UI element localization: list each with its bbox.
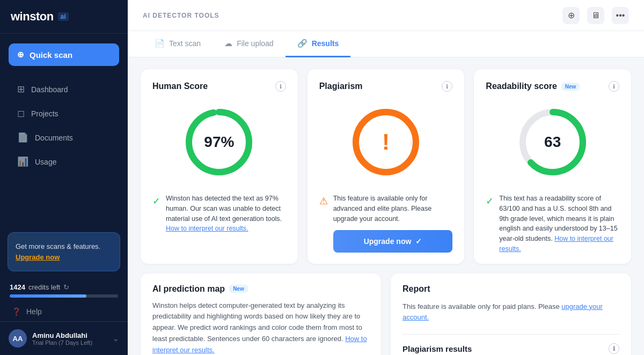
tab-file-upload[interactable]: ☁ File upload <box>213 31 286 57</box>
logo-area: winstonai <box>0 0 128 34</box>
credits-number: 1424 <box>10 283 25 291</box>
topbar: AI DETECTOR TOOLS ⊕ 🖥 ••• <box>128 0 644 31</box>
plagiarism-results-info-icon[interactable]: ℹ <box>609 343 619 354</box>
upgrade-banner: Get more scans & features. Upgrade now <box>8 232 120 271</box>
plagiarism-card: Plagiarism ℹ ! ⚠ This feature i <box>308 69 465 264</box>
sidebar: winstonai ⊕ Quick scan ⊞ Dashboard ◻ Pro… <box>0 0 128 355</box>
sidebar-item-label: Documents <box>35 134 73 142</box>
page-title: AI DETECTOR TOOLS <box>143 12 219 19</box>
screen-icon-button[interactable]: 🖥 <box>587 7 604 24</box>
user-plan: Trial Plan (7 Days Left) <box>32 339 107 346</box>
readability-donut-wrapper: 63 <box>486 99 619 185</box>
ai-prediction-map-card: AI prediction map New Winston helps dete… <box>141 273 381 356</box>
readability-footer-text: This text has a readability score of 63/… <box>499 194 619 254</box>
tab-label: File upload <box>237 39 274 48</box>
prediction-title-group: AI prediction map New <box>152 284 369 294</box>
main-content: AI DETECTOR TOOLS ⊕ 🖥 ••• 📄 Text scan ☁ … <box>128 0 644 355</box>
sidebar-item-projects[interactable]: ◻ Projects <box>5 102 122 125</box>
quick-scan-button[interactable]: ⊕ Quick scan <box>9 43 119 66</box>
sidebar-item-help[interactable]: ❓ Help <box>0 302 128 321</box>
refresh-icon[interactable]: ↻ <box>63 283 69 291</box>
card-header: Readability score New ℹ <box>486 81 619 92</box>
plagiarism-donut: ! <box>348 105 423 180</box>
more-icon-button[interactable]: ••• <box>612 7 629 24</box>
user-info: Aminu Abdullahi Trial Plan (7 Days Left) <box>32 331 107 346</box>
quick-scan-icon: ⊕ <box>17 50 24 60</box>
readability-card: Readability score New ℹ 63 ✓ <box>474 69 631 264</box>
tab-label: Text scan <box>169 39 201 48</box>
logo-ai: ai <box>58 12 69 21</box>
warning-icon: ⚠ <box>319 194 328 209</box>
check-icon: ✓ <box>152 194 160 209</box>
report-card: Report This feature is available only fo… <box>391 273 631 356</box>
upgrade-btn-icon: ✓ <box>415 237 422 246</box>
prediction-map-title: AI prediction map <box>152 284 225 294</box>
human-score-footer: ✓ Winston has detected the text as 97% h… <box>152 194 286 234</box>
plagiarism-alert: ! <box>382 129 390 155</box>
credits-bar-fill <box>10 294 86 298</box>
human-score-value: 97% <box>204 134 234 151</box>
sidebar-item-usage[interactable]: 📊 Usage <box>5 150 122 173</box>
human-score-donut-wrapper: 97% <box>152 99 286 185</box>
nav-section: ⊞ Dashboard ◻ Projects 📄 Documents 📊 Usa… <box>0 71 128 227</box>
plagiarism-donut-wrapper: ! <box>319 99 453 185</box>
plagiarism-footer-text: This feature is available only for advan… <box>333 195 431 223</box>
more-icon: ••• <box>616 11 625 20</box>
readability-title: Readability score <box>486 82 557 91</box>
documents-icon: 📄 <box>17 132 28 143</box>
topbar-actions: ⊕ 🖥 ••• <box>562 7 629 24</box>
sidebar-item-label: Dashboard <box>31 85 68 94</box>
results-icon: 🔗 <box>297 39 308 48</box>
plagiarism-info-icon[interactable]: ℹ <box>442 81 452 92</box>
plagiarism-results-section: Plagiarism results ℹ <box>402 334 619 354</box>
sidebar-item-label: Usage <box>35 158 56 166</box>
readability-info-icon[interactable]: ℹ <box>609 81 619 92</box>
upgrade-now-link[interactable]: Upgrade now <box>16 253 60 261</box>
human-score-card: Human Score ℹ 97% ✓ Winston has <box>141 69 298 264</box>
new-badge: New <box>561 83 580 91</box>
logo-text: winston <box>11 10 54 24</box>
sidebar-item-label: Projects <box>31 109 58 118</box>
bottom-row: AI prediction map New Winston helps dete… <box>141 273 631 356</box>
tab-text-scan[interactable]: 📄 Text scan <box>143 31 213 57</box>
upgrade-now-button[interactable]: Upgrade now ✓ <box>333 230 453 253</box>
plagiarism-title: Plagiarism <box>319 82 363 91</box>
text-scan-icon: 📄 <box>155 39 165 48</box>
credits-label: credits left <box>28 283 60 291</box>
chevron-down-icon: ⌄ <box>113 334 119 343</box>
sidebar-item-dashboard[interactable]: ⊞ Dashboard <box>5 78 122 101</box>
credits-text: 1424 credits left ↻ <box>10 283 118 291</box>
report-text: This feature is available only for paid … <box>402 301 619 324</box>
tab-results[interactable]: 🔗 Results <box>286 31 351 57</box>
projects-icon: ◻ <box>17 108 25 119</box>
screen-icon: 🖥 <box>591 11 600 20</box>
add-icon-button[interactable]: ⊕ <box>562 7 580 24</box>
readability-footer: ✓ This text has a readability score of 6… <box>486 194 619 254</box>
check-icon: ✓ <box>486 194 494 209</box>
user-profile[interactable]: AA Aminu Abdullahi Trial Plan (7 Days Le… <box>0 321 128 355</box>
human-score-footer-text: Winston has detected the text as 97% hum… <box>166 194 286 234</box>
readability-value: 63 <box>544 134 561 151</box>
quick-scan-label: Quick scan <box>30 50 72 60</box>
credits-area: 1424 credits left ↻ <box>0 277 128 302</box>
score-cards-row: Human Score ℹ 97% ✓ Winston has <box>141 69 631 264</box>
help-label: Help <box>26 307 42 316</box>
upgrade-banner-text: Get more scans & features. <box>16 242 100 250</box>
add-icon: ⊕ <box>568 10 575 20</box>
plagiarism-footer: ⚠ This feature is available only for adv… <box>319 194 453 253</box>
usage-icon: 📊 <box>17 156 28 167</box>
tabs: 📄 Text scan ☁ File upload 🔗 Results <box>128 31 644 57</box>
human-score-link[interactable]: How to interpret our results. <box>166 225 248 232</box>
credits-bar-bg <box>10 294 118 298</box>
report-title-group: Report <box>402 284 619 294</box>
user-name: Aminu Abdullahi <box>32 331 107 339</box>
plagiarism-footer-content: This feature is available only for advan… <box>333 194 453 253</box>
avatar: AA <box>9 329 27 347</box>
card-header: Plagiarism ℹ <box>319 81 453 92</box>
report-title: Report <box>402 284 430 294</box>
human-score-info-icon[interactable]: ℹ <box>275 81 286 92</box>
sidebar-item-documents[interactable]: 📄 Documents <box>5 126 122 149</box>
dashboard-icon: ⊞ <box>17 84 25 95</box>
file-upload-icon: ☁ <box>224 39 232 48</box>
content-area: Human Score ℹ 97% ✓ Winston has <box>128 57 644 355</box>
